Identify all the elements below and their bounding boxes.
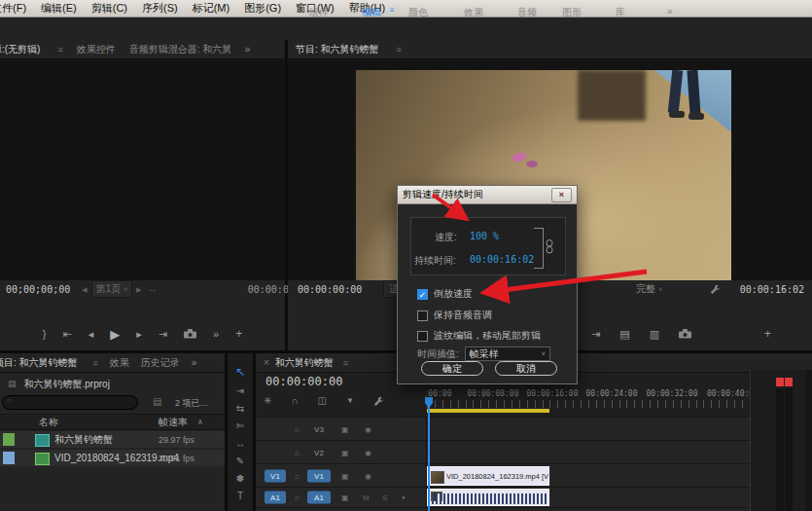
label-color-chip[interactable]: [3, 433, 15, 446]
workspace-tab-libraries[interactable]: 库: [616, 6, 625, 19]
sync-lock-icon[interactable]: ▣: [341, 471, 349, 480]
panel-menu-icon[interactable]: ≡: [397, 45, 402, 55]
list-view-icon[interactable]: ▤: [153, 397, 161, 407]
item-name[interactable]: 和六舅钓螃蟹: [54, 433, 113, 447]
slip-tool-icon[interactable]: ↔: [235, 439, 245, 449]
speed-value[interactable]: 100 %: [470, 231, 499, 241]
selection-tool-icon[interactable]: ↖: [235, 365, 245, 379]
tab-audio-mixer[interactable]: 音频剪辑混合器: 和六舅钓螃蟹: [129, 43, 231, 56]
lock-icon[interactable]: ⌂: [295, 424, 300, 433]
speed-duration-link-icon[interactable]: [546, 239, 553, 254]
play-icon[interactable]: ▶: [110, 328, 120, 341]
go-to-out-icon[interactable]: ⇥: [591, 329, 600, 340]
hand-tool-icon[interactable]: ✽: [236, 474, 244, 484]
nest-toggle-icon[interactable]: ✳: [264, 396, 271, 406]
timeline-scrollbar[interactable]: [805, 370, 812, 511]
audio-meter-clip-indicator-right[interactable]: [785, 378, 793, 386]
menu-graphics[interactable]: 图形(G): [242, 1, 283, 16]
column-framerate[interactable]: 帧速率: [159, 416, 188, 429]
project-row-clip[interactable]: VID_20180824_162319.mp4 30.01 fps: [0, 450, 225, 466]
panel-menu-icon[interactable]: ≡: [93, 358, 98, 368]
pen-tool-icon[interactable]: ✎: [236, 456, 244, 466]
mark-out-icon[interactable]: }: [43, 329, 47, 340]
tab-source-monitor[interactable]: 源:(无剪辑): [0, 43, 40, 56]
transport-overflow-icon[interactable]: »: [213, 329, 219, 340]
step-forward-icon[interactable]: ▸: [136, 329, 142, 340]
close-panel-icon[interactable]: ×: [264, 358, 269, 368]
track-select-tool-icon[interactable]: ⇥: [236, 386, 244, 396]
voiceover-mic-icon[interactable]: ●: [402, 494, 406, 500]
project-row-sequence[interactable]: 和六舅钓螃蟹 29.97 fps: [0, 431, 225, 448]
maintain-pitch-row[interactable]: 保持音频音调: [417, 309, 492, 322]
track-name-a1[interactable]: A1: [307, 492, 331, 504]
button-editor-icon[interactable]: +: [235, 328, 242, 340]
program-timecode[interactable]: 00:00:00:00: [298, 284, 362, 295]
go-to-out-icon[interactable]: ⇥: [159, 329, 167, 340]
tab-project[interactable]: 项目: 和六舅钓螃蟹: [0, 356, 78, 370]
add-marker-icon[interactable]: ▼: [346, 397, 354, 405]
workspace-tab-assembly[interactable]: 组件: [309, 6, 329, 19]
timeline-timecode[interactable]: 00:00:00:00: [265, 375, 342, 388]
workspace-menu-icon[interactable]: ≡: [390, 6, 395, 15]
menu-file[interactable]: 文件(F): [0, 1, 28, 16]
column-name[interactable]: 名称: [39, 416, 58, 429]
playhead-line[interactable]: [428, 406, 430, 511]
tab-program-monitor[interactable]: 节目: 和六舅钓螃蟹: [296, 43, 379, 56]
reverse-speed-checkbox[interactable]: ✓: [417, 289, 428, 300]
tab-timeline-sequence[interactable]: 和六舅钓螃蟹: [275, 356, 334, 370]
source-tabs-overflow-icon[interactable]: »: [245, 44, 251, 55]
menu-sequence[interactable]: 序列(S): [140, 1, 180, 16]
menu-markers[interactable]: 标记(M): [191, 1, 232, 16]
project-file-name[interactable]: 和六舅钓螃蟹.prproj: [24, 378, 110, 391]
maintain-pitch-checkbox[interactable]: [417, 310, 428, 321]
search-input[interactable]: [2, 395, 138, 410]
tab-effect-controls[interactable]: 效果控件: [77, 43, 116, 56]
ripple-edit-row[interactable]: 波纹编辑，移动尾部剪辑: [417, 329, 541, 343]
sort-ascending-icon[interactable]: ∧: [197, 419, 203, 426]
page-caret-icon[interactable]: ˅: [124, 286, 127, 293]
tab-effects[interactable]: 效果: [110, 356, 129, 370]
duration-value[interactable]: 00:00:16:02: [470, 254, 534, 265]
razor-tool-icon[interactable]: ✄: [236, 421, 244, 431]
cancel-button[interactable]: 取消: [495, 361, 557, 376]
snap-icon[interactable]: ∩: [291, 396, 298, 406]
timeline-ruler[interactable]: :00:00 00:00:08:00 00:00:16:00 00:00:24:…: [426, 389, 750, 414]
audio-clip[interactable]: [427, 489, 549, 506]
playback-resolution-select[interactable]: 完整: [636, 282, 655, 296]
source-timecode[interactable]: 00;00;00;00: [6, 284, 70, 295]
lock-icon[interactable]: ⌂: [295, 471, 300, 480]
lock-icon[interactable]: ⌂: [295, 493, 300, 502]
lift-icon[interactable]: ▤: [619, 329, 629, 340]
source-patch-v1[interactable]: V1: [265, 469, 286, 482]
sync-lock-icon[interactable]: ▣: [341, 493, 349, 502]
ripple-edit-checkbox[interactable]: [417, 331, 428, 342]
track-name-v3[interactable]: V3: [307, 422, 331, 435]
source-patch-a1[interactable]: A1: [265, 492, 286, 504]
export-frame-icon[interactable]: [679, 329, 691, 339]
workspace-tab-editing[interactable]: 编辑: [362, 6, 381, 19]
track-name-v1[interactable]: V1: [307, 469, 331, 482]
video-clip[interactable]: VID_20180824_162319.mp4 [V]: [427, 466, 549, 486]
workspace-tab-effects[interactable]: 效果: [464, 6, 483, 19]
page-selector[interactable]: 第1页: [96, 282, 122, 296]
solo-button[interactable]: S: [382, 493, 387, 502]
menu-edit[interactable]: 编辑(E): [39, 1, 79, 16]
swap-icon[interactable]: ↔: [148, 284, 158, 294]
dialog-close-icon[interactable]: ×: [551, 188, 572, 202]
next-page-icon[interactable]: ▶: [136, 286, 141, 293]
mute-button[interactable]: M: [363, 493, 370, 502]
type-tool-icon[interactable]: T: [237, 492, 243, 501]
track-output-eye-icon[interactable]: ◉: [365, 471, 371, 480]
step-back-icon[interactable]: ◂: [88, 329, 94, 340]
button-editor-icon[interactable]: +: [764, 328, 771, 340]
dialog-titlebar[interactable]: 剪辑速度/持续时间 ×: [398, 186, 577, 204]
workspace-tab-color[interactable]: 颜色: [408, 6, 428, 19]
sync-lock-icon[interactable]: ▣: [341, 424, 349, 433]
work-area-bar[interactable]: [427, 409, 549, 413]
workspace-tab-audio[interactable]: 音频: [517, 6, 537, 19]
workspace-tab-graphics[interactable]: 图形: [562, 6, 582, 19]
timeline-settings-wrench-icon[interactable]: [373, 396, 383, 406]
sync-lock-icon[interactable]: ▣: [341, 448, 349, 456]
export-frame-icon[interactable]: [184, 329, 196, 339]
menu-clip[interactable]: 剪辑(C): [89, 1, 129, 16]
